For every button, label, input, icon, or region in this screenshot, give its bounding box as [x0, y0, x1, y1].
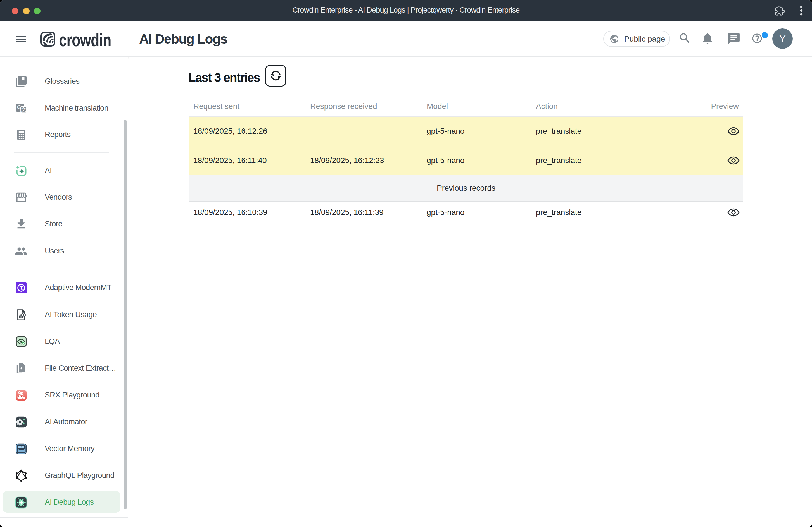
svg-text:文: 文: [21, 107, 26, 112]
